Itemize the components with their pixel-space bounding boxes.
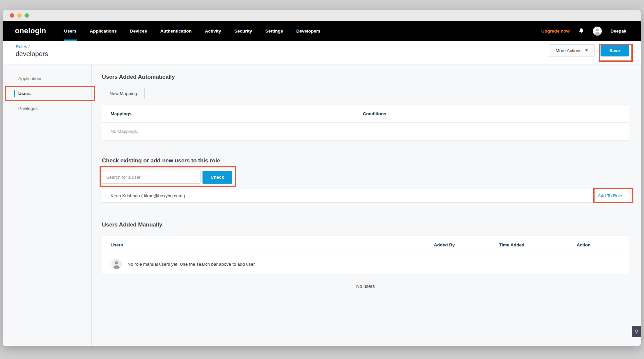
no-manual-users-text: No role manual users yet. Use the search…	[127, 262, 255, 267]
maximize-window-button[interactable]	[25, 13, 29, 18]
nav-tab-users[interactable]: Users	[64, 21, 77, 41]
sidebar-item-privileges[interactable]: Privileges	[3, 101, 91, 116]
top-navigation: onelogin Users Applications Devices Auth…	[3, 21, 641, 41]
user-avatar-icon[interactable]	[593, 27, 602, 36]
nav-tab-settings[interactable]: Settings	[265, 21, 283, 41]
onelogin-logo[interactable]: onelogin	[15, 21, 46, 41]
column-header-added-by: Added By	[434, 242, 499, 247]
page-title: developers	[16, 50, 48, 58]
close-window-button[interactable]	[10, 13, 14, 18]
more-actions-label: More Actions	[555, 48, 581, 53]
minimize-window-button[interactable]	[17, 13, 22, 18]
new-mapping-button[interactable]: New Mapping	[102, 88, 145, 99]
add-to-role-link[interactable]: Add To Role	[598, 193, 622, 198]
search-result-row: Kiran Krishnan ( kiran@boxyhq.com ) Add …	[102, 189, 629, 203]
more-actions-button[interactable]: More Actions	[549, 45, 595, 56]
nav-tab-authentication[interactable]: Authentication	[160, 21, 192, 41]
column-header-action: Action	[577, 242, 629, 247]
active-indicator-bar	[14, 90, 15, 97]
no-manual-users-row: No role manual users yet. Use the search…	[102, 254, 629, 274]
desktop-background: onelogin Users Applications Devices Auth…	[0, 0, 644, 359]
app-window: onelogin Users Applications Devices Auth…	[3, 10, 641, 346]
no-mappings-row: No Mappings.	[102, 123, 629, 140]
nav-right-group: Upgrade now Deepak	[541, 21, 641, 41]
nav-tab-applications[interactable]: Applications	[90, 21, 117, 41]
role-sidebar: Applications Users Privileges	[3, 64, 92, 346]
no-users-text: No users	[102, 283, 629, 290]
mappings-table-header: Mappings Conditions	[102, 105, 629, 123]
save-button[interactable]: Save	[601, 45, 629, 56]
sidebar-item-applications[interactable]: Applications	[3, 71, 91, 86]
main-content: Users Added Automatically New Mapping Ma…	[92, 64, 641, 346]
column-header-users: Users	[102, 242, 434, 247]
breadcrumb-roles-link[interactable]: Roles /	[16, 44, 30, 49]
page-body: Applications Users Privileges Users Adde…	[3, 64, 641, 346]
upgrade-now-link[interactable]: Upgrade now	[541, 29, 570, 34]
manual-section-title: Users Added Manually	[102, 221, 629, 228]
check-button[interactable]: Check	[202, 171, 232, 184]
mappings-table: Mappings Conditions No Mappings.	[102, 105, 629, 140]
nav-tab-developers[interactable]: Developers	[296, 21, 320, 41]
lightbulb-icon[interactable]	[632, 326, 641, 337]
column-header-conditions: Conditions	[363, 111, 629, 116]
user-search-row: Check	[102, 171, 629, 184]
manual-users-table-header: Users Added By Time Added Action	[102, 235, 629, 254]
window-titlebar	[3, 10, 641, 21]
bell-icon[interactable]	[578, 28, 584, 34]
check-section-title: Check existing or add new users to this …	[102, 157, 629, 164]
nav-tab-security[interactable]: Security	[234, 21, 252, 41]
search-user-input[interactable]	[102, 171, 201, 184]
column-header-time-added: Time Added	[499, 242, 577, 247]
sidebar-item-users-label: Users	[18, 91, 31, 96]
person-icon	[111, 259, 122, 269]
header-actions: More Actions Save	[549, 45, 629, 56]
nav-tabs: Users Applications Devices Authenticatio…	[64, 21, 320, 41]
sidebar-item-users[interactable]: Users	[3, 86, 91, 101]
manual-users-table: Users Added By Time Added Action No role…	[102, 235, 629, 274]
column-header-mappings: Mappings	[102, 111, 363, 116]
caret-down-icon	[585, 49, 588, 51]
user-name[interactable]: Deepak	[610, 29, 626, 34]
page-header: Roles / developers More Actions Save	[3, 41, 641, 64]
search-result-user: Kiran Krishnan ( kiran@boxyhq.com )	[111, 193, 185, 198]
nav-tab-activity[interactable]: Activity	[205, 21, 221, 41]
auto-section-title: Users Added Automatically	[102, 73, 629, 81]
nav-tab-devices[interactable]: Devices	[130, 21, 147, 41]
